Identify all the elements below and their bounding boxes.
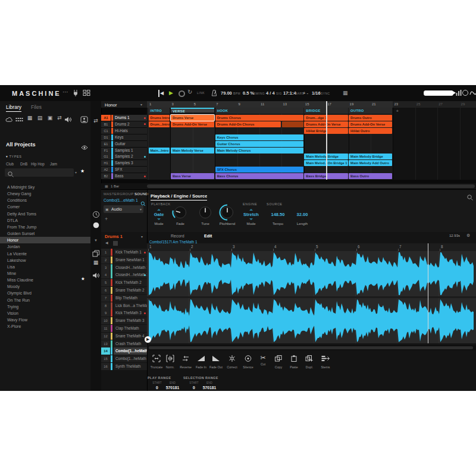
- clip[interactable]: Drums Outro: [349, 115, 392, 121]
- track-slot-F1[interactable]: F1: [101, 148, 111, 154]
- param-gate-up[interactable]: [157, 209, 161, 211]
- song-view-icon[interactable]: ⇄: [92, 118, 100, 126]
- clip[interactable]: Main Melody Bridge: [349, 154, 392, 159]
- timeline-icon[interactable]: [92, 210, 100, 218]
- tab-edit[interactable]: Edit: [204, 234, 212, 238]
- clip[interactable]: SFX Chorus: [215, 167, 303, 173]
- clip[interactable]: HiHat Outro: [349, 128, 392, 134]
- sound-number[interactable]: 5: [101, 279, 110, 286]
- project-item[interactable]: Wavy Flow: [0, 317, 90, 323]
- tab-sound[interactable]: SOUND: [134, 192, 148, 196]
- clip[interactable]: Drums Intro: [149, 115, 170, 121]
- type-tag[interactable]: Club: [6, 162, 14, 166]
- param-value-mode[interactable]: Gate: [154, 212, 164, 217]
- sound-item[interactable]: Snare TheMath 4: [114, 333, 147, 340]
- track-slot-E1[interactable]: E1: [101, 141, 111, 147]
- project-item[interactable]: Moody: [0, 283, 90, 290]
- knob-pitchbend[interactable]: [218, 204, 236, 221]
- bpm-value[interactable]: 79.00: [221, 90, 232, 96]
- pads-icon[interactable]: [15, 115, 23, 123]
- normalize-button[interactable]: Norm.: [162, 354, 178, 369]
- project-item[interactable]: On The Run: [0, 297, 90, 303]
- sound-number[interactable]: 6: [101, 287, 110, 294]
- type-tag[interactable]: Hip Hop: [31, 162, 45, 166]
- paste-button[interactable]: Paste: [286, 354, 302, 369]
- duplicate-button[interactable]: Dupl.: [302, 354, 317, 369]
- silence-button[interactable]: Silence: [240, 354, 256, 369]
- project-item[interactable]: La Vicente: [0, 250, 90, 257]
- link-toggle[interactable]: LINK: [197, 91, 205, 95]
- project-item[interactable]: Honor: [0, 237, 90, 243]
- param-gate-down[interactable]: [157, 218, 161, 220]
- clip[interactable]: [282, 121, 303, 127]
- sound-number[interactable]: 13: [101, 340, 110, 347]
- panel-title[interactable]: Playback / Engine / Source: [151, 193, 207, 201]
- track-slot-H1[interactable]: H1: [101, 160, 111, 166]
- clip[interactable]: Main Melody Verse: [171, 148, 214, 154]
- sound-number[interactable]: 11: [101, 325, 110, 332]
- types-header[interactable]: ▾ TYPES: [6, 155, 21, 158]
- clip[interactable]: Keys Chorus: [215, 134, 303, 140]
- sound-number[interactable]: 15: [101, 355, 110, 362]
- sound-item[interactable]: Lick Bon...a TheMath: [114, 302, 147, 309]
- eye-icon[interactable]: [81, 142, 88, 153]
- project-item[interactable]: Detty And Toms: [0, 211, 90, 217]
- section-intro[interactable]: INTRO: [149, 108, 170, 114]
- track-name-D1[interactable]: Keys: [113, 134, 147, 140]
- user-icon[interactable]: [80, 115, 88, 123]
- grid-view-icon[interactable]: ▦: [92, 259, 100, 268]
- clip[interactable]: Bass Chorus: [215, 173, 303, 179]
- project-item[interactable]: Mine: [0, 270, 90, 277]
- clip[interactable]: Bass Verse: [171, 173, 214, 179]
- playhead[interactable]: [326, 101, 327, 180]
- tab-record[interactable]: Record: [171, 234, 184, 238]
- keyboard-view-icon[interactable]: ▦: [343, 89, 348, 96]
- clip[interactable]: Drums Add-On Verse: [171, 121, 214, 127]
- sound-number[interactable]: 3: [101, 264, 110, 271]
- clip[interactable]: Drums Verse: [171, 115, 214, 121]
- reverse-button[interactable]: Reverse: [178, 354, 193, 369]
- swing-value[interactable]: 0.5 %: [243, 90, 254, 96]
- param-value-mode[interactable]: Stretch: [243, 212, 259, 217]
- project-item[interactable]: Lisa: [0, 264, 90, 270]
- favorites-star-icon[interactable]: ★: [80, 168, 84, 174]
- project-item[interactable]: Chewy Gang: [0, 190, 90, 197]
- sound-number[interactable]: 8: [101, 302, 110, 309]
- track-name-G1[interactable]: Samples 2: [113, 154, 147, 159]
- record-button[interactable]: [178, 90, 185, 97]
- sound-item[interactable]: Kick TheMath 3: [114, 309, 147, 317]
- popout-editor-icon[interactable]: [92, 249, 100, 257]
- project-item[interactable]: X-Plore: [0, 323, 90, 330]
- overflow-menu-icon[interactable]: ⋯: [62, 89, 68, 96]
- project-item[interactable]: Miss Claudine: [0, 277, 90, 283]
- sound-item[interactable]: Kick TheMath 2: [114, 279, 147, 286]
- loop-icon[interactable]: ⇄: [55, 115, 64, 123]
- controller-icon[interactable]: [83, 89, 90, 98]
- project-item[interactable]: Conditions: [0, 197, 90, 203]
- correct-button[interactable]: Correct: [224, 354, 240, 369]
- sound-number[interactable]: 12: [101, 333, 110, 340]
- play-range-end-value[interactable]: 570181: [166, 386, 180, 390]
- sound-item[interactable]: Snare TheMath 2: [114, 287, 147, 294]
- signature-value[interactable]: 4 / 4: [266, 90, 275, 96]
- metronome-icon[interactable]: [211, 89, 218, 99]
- type-tag[interactable]: DnB: [20, 162, 27, 166]
- sound-number[interactable]: 4: [101, 271, 110, 278]
- position-value[interactable]: 17:1:4: [283, 90, 296, 96]
- track-name-B1[interactable]: Drums 2: [113, 121, 147, 127]
- add-section-button[interactable]: +: [396, 108, 399, 114]
- clip[interactable]: Guitar Chorus: [215, 141, 303, 147]
- collapse-chevron-icon[interactable]: ▾: [92, 238, 100, 246]
- star-icon[interactable]: ★: [81, 276, 85, 281]
- wave-scrollbar[interactable]: [149, 346, 473, 349]
- track-name-B2[interactable]: Bass: [113, 173, 147, 179]
- sound-item[interactable]: Clap TheMath: [114, 325, 147, 332]
- param-stretch-up[interactable]: [249, 209, 253, 211]
- type-tag[interactable]: Jam: [50, 162, 57, 166]
- param-value-length[interactable]: 32.00: [297, 212, 308, 217]
- clip[interactable]: Drums Add-On Verse: [349, 121, 392, 127]
- clip[interactable]: Drum...Intro: [149, 121, 170, 127]
- chevron-down-icon[interactable]: ▾: [141, 234, 143, 239]
- track-slot-G1[interactable]: G1: [101, 154, 111, 159]
- tab-files[interactable]: Files: [31, 104, 42, 110]
